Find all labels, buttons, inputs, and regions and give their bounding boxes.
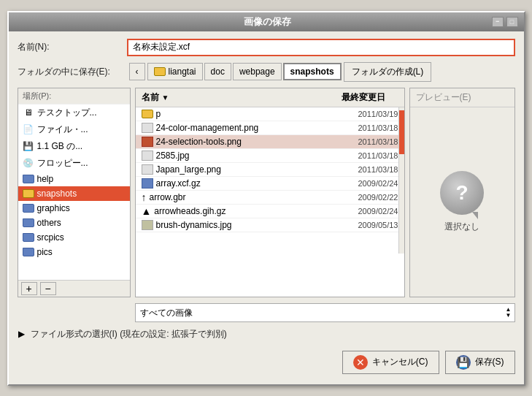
preview-area: ? 選択なし: [410, 107, 514, 297]
save-button[interactable]: 💾 保存(S): [445, 351, 515, 374]
breadcrumb-liangtai[interactable]: liangtai: [147, 63, 203, 80]
file-icon: 📄: [23, 124, 34, 134]
filter-wrapper[interactable]: すべての画像 JPEG PNG XCF ▲ ▼: [135, 303, 515, 322]
file-row-arrow[interactable]: ↑ arrow.gbr 2009/02/22: [136, 191, 404, 205]
file-list-header: 名前 ▼ 最終変更日: [136, 88, 404, 107]
dialog-title: 画像の保存: [44, 15, 492, 28]
add-place-button[interactable]: +: [21, 282, 37, 295]
main-area: 場所(P): 🖥 テスクトップ... 📄 ファイル・... 💾 1.1 GB の…: [18, 88, 515, 297]
cancel-icon: ✕: [353, 355, 368, 370]
breadcrumb-label: liangtai: [169, 66, 196, 77]
file-list: p 2011/03/19 24-color-management.png 201…: [136, 107, 404, 254]
filename-label: 名前(N):: [18, 41, 127, 53]
file-row-brush[interactable]: brush-dynamics.jpg 2009/05/13: [136, 218, 404, 232]
left-item-files[interactable]: 📄 ファイル・...: [18, 121, 130, 138]
image-icon: [142, 164, 153, 175]
image-icon: [142, 151, 153, 161]
format-row: ▶ ファイル形式の選択(I) (現在の設定: 拡張子で判別): [18, 328, 515, 340]
breadcrumb-webpage[interactable]: webpage: [233, 63, 282, 80]
file-row-p[interactable]: p 2011/03/19: [136, 107, 404, 121]
arrowhead-icon: ▲: [142, 206, 152, 216]
breadcrumb-doc[interactable]: doc: [204, 63, 231, 80]
filter-spinner[interactable]: ▲ ▼: [503, 307, 514, 319]
preview-title: プレビュー(E): [410, 88, 514, 107]
file-name: 2585.jpg: [142, 151, 333, 161]
file-row-array[interactable]: array.xcf.gz 2009/02/24: [136, 177, 404, 191]
sort-chevron-icon: ▼: [162, 94, 169, 102]
breadcrumb-label: doc: [211, 66, 225, 77]
folder-create-button[interactable]: フォルダの作成(L): [344, 62, 432, 82]
breadcrumb-label: snapshots: [290, 66, 334, 77]
file-name: ↑ arrow.gbr: [142, 192, 333, 202]
floppy-icon: 💿: [23, 158, 34, 168]
breadcrumb-snapshots[interactable]: snapshots: [283, 63, 342, 80]
file-name: 24-color-management.png: [142, 123, 333, 133]
folder-label: フォルダの中に保存(E):: [18, 66, 127, 78]
titlebar: 画像の保存 － □: [9, 12, 524, 31]
left-item-graphics[interactable]: graphics: [18, 201, 130, 216]
bubble-tail: [472, 212, 478, 219]
save-icon: 💾: [456, 355, 471, 370]
save-label: 保存(S): [475, 356, 504, 368]
no-selection-label: 選択なし: [444, 221, 479, 233]
maximize-button[interactable]: □: [506, 17, 518, 27]
spinner-down-icon: ▼: [506, 313, 512, 319]
folder-icon: [154, 67, 166, 76]
file-name: 24-selection-tools.png: [142, 137, 333, 147]
image-red-icon: [142, 137, 153, 147]
filter-row: すべての画像 JPEG PNG XCF ▲ ▼: [18, 303, 515, 322]
folder-blue-icon: [23, 218, 34, 227]
left-item-snapshots[interactable]: snapshots: [18, 186, 130, 201]
file-row-japan[interactable]: Japan_large.png 2011/03/18: [136, 163, 404, 177]
filename-input[interactable]: [127, 39, 515, 56]
arrow-up-icon: ↑: [142, 192, 147, 202]
left-item-others[interactable]: others: [18, 216, 130, 230]
save-dialog: 画像の保存 － □ 名前(N): フォルダの中に保存(E): ‹ liangta…: [7, 11, 525, 386]
preview-panel: プレビュー(E) ? 選択なし: [409, 88, 515, 297]
file-panel: 名前 ▼ 最終変更日 p 2: [135, 88, 405, 297]
preview-placeholder-icon: ?: [440, 171, 484, 215]
xcf-icon: [142, 178, 153, 189]
left-item-desktop[interactable]: 🖥 テスクトップ...: [18, 104, 130, 121]
file-name: Japan_large.png: [142, 164, 333, 175]
folder-blue-icon: [23, 233, 34, 242]
breadcrumb-items: liangtai doc webpage snapshots: [147, 63, 342, 80]
file-name: array.xcf.gz: [142, 178, 333, 189]
remove-place-button[interactable]: −: [40, 282, 56, 295]
left-item-srcpics[interactable]: srcpics: [18, 230, 130, 245]
file-header-name[interactable]: 名前 ▼: [136, 90, 325, 105]
places-label: 場所(P):: [18, 88, 130, 104]
cancel-label: キャンセル(C): [372, 356, 428, 368]
left-item-pics[interactable]: pics: [18, 245, 130, 259]
file-row-2585[interactable]: 2585.jpg 2011/03/18: [136, 149, 404, 163]
file-name: ▲ arrowheads.gih.gz: [142, 206, 333, 216]
left-item-help[interactable]: help: [18, 172, 130, 186]
folder-blue-icon: [23, 175, 34, 183]
left-item-hdd[interactable]: 💾 1.1 GB の...: [18, 138, 130, 155]
image-icon: [142, 220, 153, 230]
folder-blue-icon: [23, 204, 34, 213]
file-row-arrowheads[interactable]: ▲ arrowheads.gih.gz 2009/02/24: [136, 205, 404, 218]
folder-selected-icon: [23, 189, 34, 198]
filter-select[interactable]: すべての画像 JPEG PNG XCF: [136, 306, 503, 319]
bottom-buttons: ✕ キャンセル(C) 💾 保存(S): [18, 348, 515, 377]
nav-back-button[interactable]: ‹: [129, 63, 145, 80]
folder-blue-icon: [23, 248, 34, 256]
cancel-button[interactable]: ✕ キャンセル(C): [342, 351, 439, 374]
breadcrumb-label: webpage: [239, 66, 275, 77]
left-item-floppy[interactable]: 💿 フロッピー...: [18, 155, 130, 172]
places-list: 🖥 テスクトップ... 📄 ファイル・... 💾 1.1 GB の... 💿 フ…: [18, 104, 130, 280]
folder-icon: [142, 110, 153, 118]
left-bottom-buttons: + −: [18, 280, 130, 297]
file-name: brush-dynamics.jpg: [142, 220, 333, 230]
minimize-button[interactable]: －: [492, 17, 504, 27]
expand-format-button[interactable]: ▶: [18, 330, 26, 338]
hdd-icon: 💾: [23, 141, 34, 151]
image-icon: [142, 123, 153, 133]
file-name: p: [142, 109, 333, 119]
file-row-24color[interactable]: 24-color-management.png 2011/03/18: [136, 121, 404, 135]
file-header-date[interactable]: 最終変更日: [325, 90, 391, 105]
breadcrumb-row: フォルダの中に保存(E): ‹ liangtai doc webpage sna…: [18, 62, 515, 82]
format-label: ファイル形式の選択(I) (現在の設定: 拡張子で判別): [31, 328, 227, 340]
file-row-24selection[interactable]: 24-selection-tools.png 2011/03/18: [136, 135, 404, 149]
